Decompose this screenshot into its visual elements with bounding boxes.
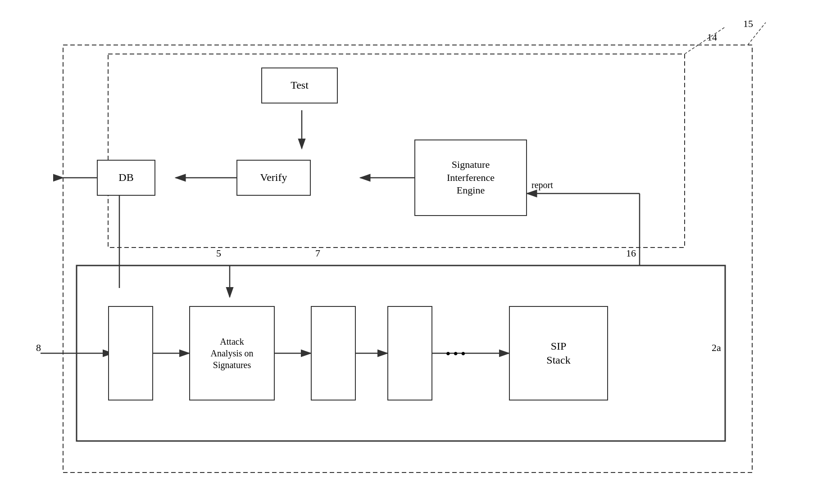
lower-block-3 bbox=[387, 306, 432, 400]
ref-5: 5 bbox=[216, 248, 221, 259]
attack-block: Attack Analysis on Signatures bbox=[189, 306, 275, 400]
db-block: DB bbox=[97, 160, 155, 196]
diagram-container: Test DB Verify Signature Interference En… bbox=[36, 18, 779, 486]
svg-rect-3 bbox=[108, 54, 685, 248]
sie-block: Signature Interference Engine bbox=[414, 140, 527, 216]
ref-7: 7 bbox=[315, 248, 320, 259]
verify-block: Verify bbox=[236, 160, 311, 196]
test-block: Test bbox=[261, 68, 338, 104]
arrows-svg bbox=[36, 18, 779, 486]
dots-indicator: • • • bbox=[446, 346, 465, 361]
svg-line-20 bbox=[685, 27, 725, 54]
ref-8: 8 bbox=[36, 342, 41, 354]
lower-block-1 bbox=[108, 306, 153, 400]
ref-14: 14 bbox=[707, 32, 717, 43]
sip-block: SIP Stack bbox=[509, 306, 608, 400]
report-label: report bbox=[531, 180, 553, 190]
lower-block-2 bbox=[311, 306, 356, 400]
svg-rect-2 bbox=[63, 45, 752, 472]
ref-16: 16 bbox=[626, 248, 636, 259]
ref-15: 15 bbox=[743, 18, 753, 30]
ref-2a: 2a bbox=[712, 342, 721, 354]
